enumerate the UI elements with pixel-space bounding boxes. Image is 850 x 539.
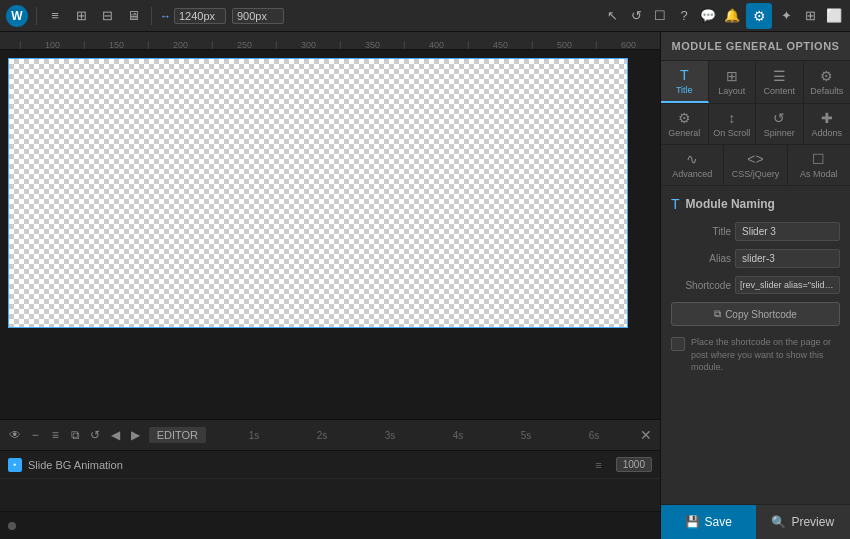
tab-content-icon: ☰ [773, 68, 786, 84]
tab-addons-label: Addons [811, 128, 842, 138]
section-title-icon: T [671, 196, 680, 212]
tl-time-4s: 4s [424, 430, 492, 441]
ruler-mark-500: 500 [532, 41, 596, 49]
height-input[interactable]: 900px [232, 8, 284, 24]
track-name-label: Slide BG Animation [28, 459, 123, 471]
tab-spinner[interactable]: ↺ Spinner [756, 104, 804, 144]
monitor-icon[interactable]: 🖥 [123, 6, 143, 26]
preview-icon: 🔍 [771, 515, 786, 529]
tab-advanced-label: Advanced [672, 169, 712, 179]
tab-css-jquery[interactable]: <> CSS/jQuery [724, 145, 787, 185]
title-field-value[interactable]: Slider 3 [735, 222, 840, 241]
ruler-mark-450: 450 [468, 41, 532, 49]
title-field-label: Title [671, 226, 731, 237]
ruler-mark-600: 600 [596, 41, 660, 49]
tab-title-icon: T [680, 67, 689, 83]
bell-icon[interactable]: 🔔 [722, 6, 742, 26]
ruler-mark-350: 350 [340, 41, 404, 49]
tab-title[interactable]: T Title [661, 61, 709, 103]
alias-field-value[interactable]: slider-3 [735, 249, 840, 268]
tl-layers-icon[interactable]: ≡ [48, 426, 62, 444]
help-icon[interactable]: ? [674, 6, 694, 26]
wp-logo[interactable]: W [6, 5, 28, 27]
tab-advanced[interactable]: ∿ Advanced [661, 145, 724, 185]
tl-play-icon[interactable]: ▶ [129, 426, 143, 444]
tab-scroll-label: On Scroll [713, 128, 750, 138]
hint-row: Place the shortcode on the page or post … [671, 336, 840, 374]
canvas-viewport[interactable] [0, 50, 660, 419]
tl-time-5s: 5s [492, 430, 560, 441]
panel-tabs-row2: ⚙ General ↕ On Scroll ↺ Spinner ✚ Addons [661, 104, 850, 145]
tl-eye-icon[interactable]: 👁 [8, 426, 22, 444]
tab-defaults[interactable]: ⚙ Defaults [804, 61, 851, 103]
hint-text: Place the shortcode on the page or post … [691, 336, 840, 374]
exit-icon[interactable]: ⬜ [824, 6, 844, 26]
section-header-naming: T Module Naming [671, 196, 840, 212]
ruler-mark-200: 200 [148, 41, 212, 49]
panel-content: T Module Naming Title Slider 3 Alias sli… [661, 186, 850, 504]
ruler-mark-150: 150 [84, 41, 148, 49]
layout-icon[interactable]: ⊞ [71, 6, 91, 26]
alias-field-label: Alias [671, 253, 731, 264]
tl-minus-icon[interactable]: − [28, 426, 42, 444]
tl-close-btn[interactable]: ✕ [640, 427, 652, 443]
copy-btn-label: Copy Shortcode [725, 309, 797, 320]
tab-layout[interactable]: ⊞ Layout [709, 61, 757, 103]
save-button[interactable]: 💾 Save [661, 505, 756, 539]
panel-header: MODULE GENERAL OPTIONS [661, 32, 850, 61]
toolbar-separator-1 [36, 7, 37, 25]
tab-defaults-label: Defaults [810, 86, 843, 96]
timeline-content: ▪ Slide BG Animation ≡ 1000 [0, 451, 660, 511]
tl-time-3s: 3s [356, 430, 424, 441]
bottom-status [0, 511, 660, 539]
tab-general-icon: ⚙ [678, 110, 691, 126]
preview-button[interactable]: 🔍 Preview [756, 505, 851, 539]
tab-css-label: CSS/jQuery [732, 169, 780, 179]
shortcode-field-label: Shortcode [671, 280, 731, 291]
status-dot [8, 522, 16, 530]
toolbar-right-icons: ↖ ↺ ☐ ? 💬 🔔 ⚙ ✦ ⊞ ⬜ [602, 3, 844, 29]
comment-icon[interactable]: 💬 [698, 6, 718, 26]
tab-general[interactable]: ⚙ General [661, 104, 709, 144]
tl-refresh-icon[interactable]: ↺ [88, 426, 102, 444]
grid-icon[interactable]: ≡ [45, 6, 65, 26]
tl-time-6s: 6s [560, 430, 628, 441]
grid2-icon[interactable]: ⊞ [800, 6, 820, 26]
tab-title-label: Title [676, 85, 693, 95]
tab-as-modal[interactable]: ☐ As Modal [788, 145, 850, 185]
preview-btn-label: Preview [791, 515, 834, 529]
width-input-group: ↔ 1240px [160, 8, 226, 24]
copy-shortcode-btn[interactable]: ⧉ Copy Shortcode [671, 302, 840, 326]
height-input-group: 900px [232, 8, 284, 24]
tab-addons-icon: ✚ [821, 110, 833, 126]
settings-active-btn[interactable]: ⚙ [746, 3, 772, 29]
ruler-mark-400: 400 [404, 41, 468, 49]
track-list-icon[interactable]: ≡ [595, 459, 601, 471]
cursor-icon[interactable]: ↖ [602, 6, 622, 26]
tl-prev-icon[interactable]: ◀ [108, 426, 122, 444]
hint-checkbox[interactable] [671, 337, 685, 351]
canvas-area: 100 150 200 250 300 350 400 450 500 600 … [0, 32, 660, 539]
tl-duplicate-icon[interactable]: ⧉ [68, 426, 82, 444]
panel-bottom-buttons: 💾 Save 🔍 Preview [661, 504, 850, 539]
width-input[interactable]: 1240px [174, 8, 226, 24]
ruler-marks: 100 150 200 250 300 350 400 450 500 600 [0, 32, 660, 49]
tab-spinner-icon: ↺ [773, 110, 785, 126]
ruler-mark-250: 250 [212, 41, 276, 49]
ruler-mark-300: 300 [276, 41, 340, 49]
tab-content[interactable]: ☰ Content [756, 61, 804, 103]
device-icon[interactable]: ☐ [650, 6, 670, 26]
tab-on-scroll[interactable]: ↕ On Scroll [709, 104, 757, 144]
tab-layout-icon: ⊞ [726, 68, 738, 84]
share-icon[interactable]: ✦ [776, 6, 796, 26]
tab-general-label: General [668, 128, 700, 138]
shortcode-field-value[interactable]: [rev_slider alias="slider-3"]/r [735, 276, 840, 294]
save-btn-label: Save [705, 515, 732, 529]
tab-css-icon: <> [747, 151, 763, 167]
undo-icon[interactable]: ↺ [626, 6, 646, 26]
track-color-icon: ▪ [8, 458, 22, 472]
copy-icon: ⧉ [714, 308, 721, 320]
timeline-toolbar: 👁 − ≡ ⧉ ↺ ◀ ▶ EDITOR 1s 2s 3s 4s 5s 6s ✕ [0, 419, 660, 451]
table-icon[interactable]: ⊟ [97, 6, 117, 26]
tab-addons[interactable]: ✚ Addons [804, 104, 851, 144]
